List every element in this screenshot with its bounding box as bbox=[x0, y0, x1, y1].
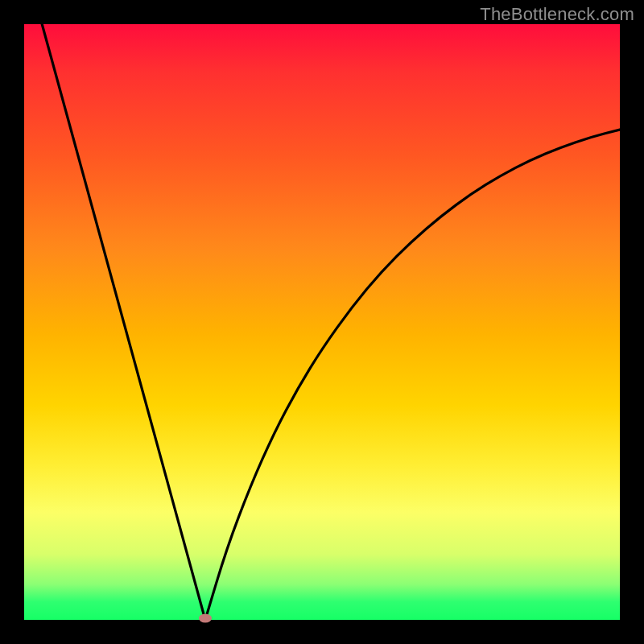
minimum-marker bbox=[199, 614, 212, 623]
chart-container: TheBottleneck.com bbox=[0, 0, 644, 644]
bottleneck-curve bbox=[24, 24, 620, 620]
watermark-text: TheBottleneck.com bbox=[480, 4, 634, 25]
plot-area bbox=[24, 24, 620, 620]
